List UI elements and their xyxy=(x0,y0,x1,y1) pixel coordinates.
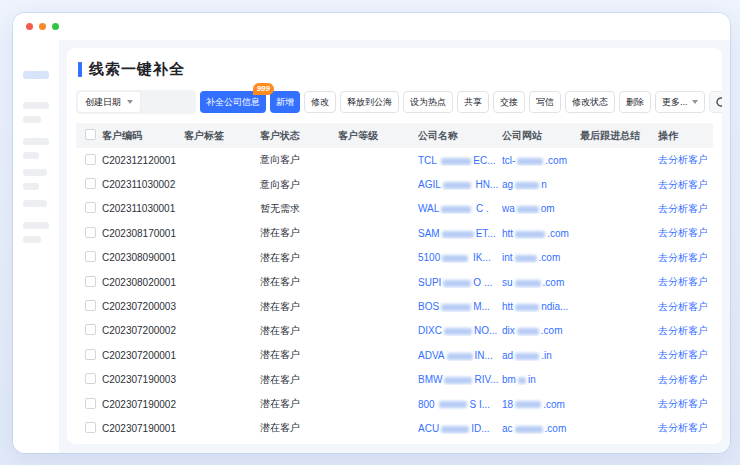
table-row: C202308090001 潜在客户 5100 IK... int.com 去分… xyxy=(76,246,713,270)
toolbar: 创建日期 补全公司信息 999 新增 修改 释放到公海 设为热点 共享 交接 写… xyxy=(76,90,713,114)
redacted-text xyxy=(515,231,545,238)
set-hotspot-button[interactable]: 设为热点 xyxy=(403,91,453,113)
share-button[interactable]: 共享 xyxy=(457,91,489,113)
table-row: C202307200003 潜在客户 BOSM... httndia... 去分… xyxy=(76,294,713,318)
sidebar-item[interactable] xyxy=(23,222,49,229)
analyze-customer-link[interactable]: 去分析客户 xyxy=(658,203,707,214)
company-website-link[interactable]: dix.com xyxy=(502,325,580,336)
sidebar-item[interactable] xyxy=(23,183,39,190)
redacted-text xyxy=(442,231,474,238)
row-checkbox[interactable] xyxy=(85,324,96,335)
customer-code: C202307190001 xyxy=(102,423,184,434)
sidebar-item[interactable] xyxy=(23,169,47,176)
row-checkbox[interactable] xyxy=(85,373,96,384)
table-row: C202308020001 潜在客户 SUPIO ... su.com 去分析客… xyxy=(76,270,713,294)
select-all-checkbox[interactable] xyxy=(85,129,96,140)
change-status-button[interactable]: 修改状态 xyxy=(565,91,615,113)
company-website-link[interactable]: su.com xyxy=(502,277,580,288)
company-website-link[interactable]: httndia... xyxy=(502,301,580,312)
company-website-link[interactable]: 18.com xyxy=(502,399,580,410)
company-name: AGIL HN... xyxy=(418,179,502,190)
customer-status: 暂无需求 xyxy=(260,202,338,216)
company-name: DIXCNO... xyxy=(418,325,502,336)
customer-status: 潜在客户 xyxy=(260,348,338,362)
sidebar-item[interactable] xyxy=(23,200,47,207)
main-content: 线索一键补全 创建日期 补全公司信息 999 新增 修改 xyxy=(59,40,730,453)
company-website-link[interactable]: htt.com xyxy=(502,228,580,239)
release-to-pool-button[interactable]: 释放到公海 xyxy=(340,91,399,113)
analyze-customer-link[interactable]: 去分析客户 xyxy=(658,301,707,312)
row-checkbox[interactable] xyxy=(85,398,96,409)
chevron-down-icon xyxy=(127,100,133,104)
title-accent-bar xyxy=(78,62,82,77)
customer-status: 潜在客户 xyxy=(260,251,338,265)
window-titlebar xyxy=(13,13,730,40)
edit-button[interactable]: 修改 xyxy=(304,91,336,113)
sidebar-item[interactable] xyxy=(23,102,49,109)
table-row: C202308170001 潜在客户 SAMET... htt.com 去分析客… xyxy=(76,221,713,245)
col-header-company-website: 公司网站 xyxy=(502,129,580,143)
company-website-link[interactable]: waom xyxy=(502,203,580,214)
sidebar-item[interactable] xyxy=(23,116,41,123)
row-checkbox[interactable] xyxy=(85,276,96,287)
table-row: C202311030002 意向客户 AGIL HN... agn 去分析客户 xyxy=(76,172,713,196)
redacted-text xyxy=(515,401,541,408)
maximize-window-icon[interactable] xyxy=(52,23,59,30)
row-checkbox[interactable] xyxy=(85,300,96,311)
company-website-link[interactable]: tcl-.com xyxy=(502,155,580,166)
row-checkbox[interactable] xyxy=(85,422,96,433)
row-checkbox[interactable] xyxy=(85,178,96,189)
analyze-customer-link[interactable]: 去分析客户 xyxy=(658,398,707,409)
add-button[interactable]: 新增 xyxy=(270,91,300,113)
close-window-icon[interactable] xyxy=(26,23,33,30)
company-name: WAL C . xyxy=(418,203,502,214)
redacted-text xyxy=(441,304,471,311)
analyze-customer-link[interactable]: 去分析客户 xyxy=(658,227,707,238)
sidebar-item-active[interactable] xyxy=(23,71,49,79)
company-name: ACUID... xyxy=(418,423,502,434)
write-email-button[interactable]: 写信 xyxy=(529,91,561,113)
company-website-link[interactable]: bmin xyxy=(502,374,580,385)
analyze-customer-link[interactable]: 去分析客户 xyxy=(658,349,707,360)
customer-code: C202312120001 xyxy=(102,155,184,166)
handover-button[interactable]: 交接 xyxy=(493,91,525,113)
row-checkbox[interactable] xyxy=(85,251,96,262)
more-button[interactable]: 更多... xyxy=(655,91,705,113)
row-checkbox[interactable] xyxy=(85,349,96,360)
complete-company-info-button[interactable]: 补全公司信息 999 xyxy=(200,91,266,113)
customer-status: 潜在客户 xyxy=(260,373,338,387)
row-checkbox[interactable] xyxy=(85,202,96,213)
table-row: C202307190002 潜在客户 800 S I... 18.com 去分析… xyxy=(76,392,713,416)
customer-status: 潜在客户 xyxy=(260,397,338,411)
row-checkbox[interactable] xyxy=(85,227,96,238)
customer-status: 潜在客户 xyxy=(260,300,338,314)
sidebar-item[interactable] xyxy=(23,236,41,243)
company-name: BOSM... xyxy=(418,301,502,312)
analyze-customer-link[interactable]: 去分析客户 xyxy=(658,154,707,165)
sidebar-item[interactable] xyxy=(23,152,39,159)
analyze-customer-link[interactable]: 去分析客户 xyxy=(658,325,707,336)
company-website-link[interactable]: ad.in xyxy=(502,350,580,361)
customer-code: C202307200002 xyxy=(102,325,184,336)
sidebar-item[interactable] xyxy=(23,138,49,145)
sync-icon[interactable] xyxy=(709,91,722,113)
analyze-customer-link[interactable]: 去分析客户 xyxy=(658,252,707,263)
company-website-link[interactable]: agn xyxy=(502,179,580,190)
row-checkbox[interactable] xyxy=(85,154,96,165)
redacted-text xyxy=(442,255,468,262)
analyze-customer-link[interactable]: 去分析客户 xyxy=(658,374,707,385)
analyze-customer-link[interactable]: 去分析客户 xyxy=(658,276,707,287)
company-website-link[interactable]: ac.com xyxy=(502,423,580,434)
create-date-filter-dropdown[interactable]: 创建日期 xyxy=(78,92,140,112)
delete-button[interactable]: 删除 xyxy=(619,91,651,113)
customers-table: 客户编码 客户标签 客户状态 客户等级 公司名称 公司网站 最后跟进总结 操作 … xyxy=(76,123,713,441)
customer-status: 意向客户 xyxy=(260,153,338,167)
minimize-window-icon[interactable] xyxy=(39,23,46,30)
analyze-customer-link[interactable]: 去分析客户 xyxy=(658,179,707,190)
table-row: C202312120001 意向客户 TCL EC... tcl-.com 去分… xyxy=(76,148,713,172)
customer-code: C202307200003 xyxy=(102,301,184,312)
analyze-customer-link[interactable]: 去分析客户 xyxy=(658,422,707,433)
company-website-link[interactable]: int.com xyxy=(502,252,580,263)
redacted-text xyxy=(441,206,471,213)
col-header-customer-code: 客户编码 xyxy=(102,129,184,143)
